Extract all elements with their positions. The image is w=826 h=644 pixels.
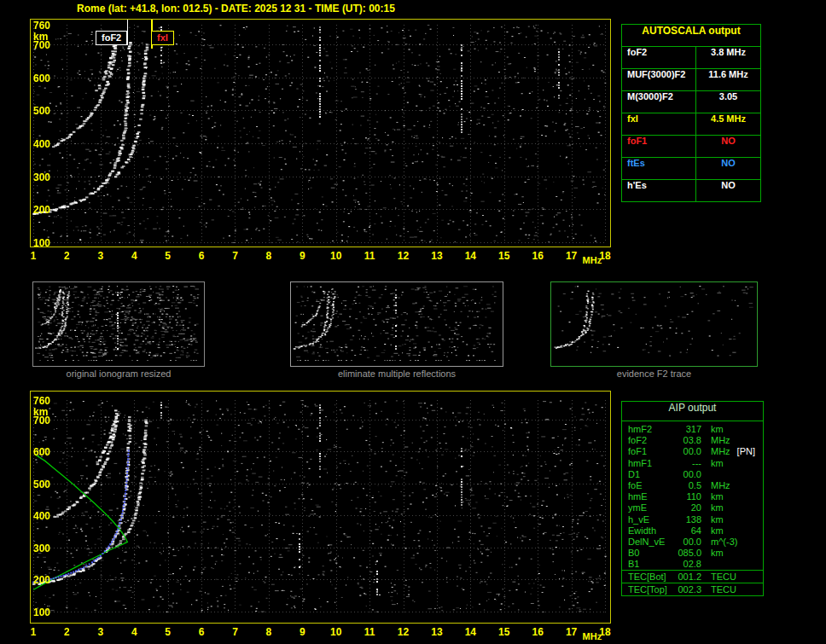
aip-param-label: foF2 [622,435,674,446]
aip-param-label: TEC[Top] [622,583,674,595]
autoscala-param-label: ftEs [622,158,696,179]
aip-param-unit: km [701,491,724,502]
y-axis-tick-300: 300 [33,171,50,183]
aip-param-unit: km [701,424,724,435]
aip-row-Ewidth: Ewidth64km [622,525,763,537]
x-axis-tick-17: 17 [563,626,580,638]
aip-param-value: 138 [674,514,701,525]
ionogram-plot-main: foF2 fxI [30,19,611,247]
autoscala-param-label: h'Es [622,180,696,201]
autoscala-table-rows: foF23.8 MHzMUF(3000)F211.6 MHzM(3000)F23… [622,47,760,201]
x-axis-tick-9: 9 [294,626,311,638]
autoscala-param-label: foF2 [622,47,696,68]
thumbnail-evidence-f2-trace [550,281,758,367]
x-axis-tick-4: 4 [125,626,143,638]
y-axis-tick-200: 200 [33,204,50,216]
aip-param-unit [701,559,711,570]
aip-table-rows: hmF2317kmfoF203.8MHzfoF100.0MHz[PN]hmF1-… [622,421,763,570]
aip-param-value: 0.5 [674,480,701,491]
aip-param-value: 02.8 [674,559,701,570]
autoscala-param-value: NO [696,136,760,157]
x-axis-tick-14: 14 [462,250,479,262]
ionogram-canvas-main [31,20,610,247]
aip-param-label: foE [622,480,674,491]
fof2-marker-label: foF2 [96,31,127,45]
thumbnail-caption-eliminate-multiples: eliminate multiple reflections [290,368,503,379]
x-axis-tick-16: 16 [529,626,546,638]
y-axis-tick-500: 500 [33,479,50,490]
autoscala-row-ftEs: ftEsNO [622,158,760,180]
y-axis-tick-700: 700 [33,415,50,426]
aip-param-unit: km [701,458,724,469]
x-axis-tick-6: 6 [193,626,210,638]
thumbnail-canvas-evidence-f2 [551,282,755,364]
y-axis-tick-300: 300 [33,542,50,554]
y-axis-tick-600: 600 [33,73,50,84]
x-axis-tick-2: 2 [58,626,75,638]
y-axis-tick-400: 400 [33,138,50,150]
aip-row-TEC[Top]: TEC[Top]002.3TECU [622,583,763,595]
x-axis-tick-3: 3 [92,626,109,638]
x-axis-tick-15: 15 [496,626,513,638]
aip-param-value: 00.0 [674,537,701,548]
x-axis-tick-8: 8 [260,626,277,638]
x-axis-tick-15: 15 [496,250,513,262]
x-axis-tick-7: 7 [226,626,243,638]
autoscala-param-value: 11.6 MHz [696,69,760,90]
y-axis-tick-500: 500 [33,105,50,117]
y-axis-tick-600: 600 [33,446,50,458]
aip-param-label: hmF2 [622,424,674,435]
aip-param-label: hmE [622,491,674,502]
aip-param-value: --- [674,458,701,469]
x-axis-tick-17: 17 [563,250,580,262]
aip-param-unit: MHz [701,435,730,446]
x-axis-tick-2: 2 [58,250,75,262]
aip-param-unit: MHz [701,446,730,457]
aip-param-value: 110 [674,491,701,502]
aip-param-value: 00.0 [674,446,701,457]
x-axis-tick-6: 6 [193,250,210,262]
autoscala-param-value: NO [696,158,760,179]
thumbnail-original-ionogram [32,281,205,367]
autoscala-param-label: foF1 [622,136,696,157]
aip-param-label: foF1 [622,446,674,457]
autoscala-output-table: AUTOSCALA output foF23.8 MHzMUF(3000)F21… [621,24,761,202]
aip-param-unit: MHz [701,480,730,491]
ionogram-canvas-profile [31,392,610,623]
aip-param-unit: km [701,502,724,513]
aip-row-h_vE: h_vE138km [622,514,763,525]
autoscala-screen: Rome (lat: +41.8, lon: 012.5) - DATE: 20… [0,0,826,644]
autoscala-row-fxI: fxI4.5 MHz [622,113,760,136]
aip-param-label: Ewidth [622,525,674,537]
autoscala-param-label: fxI [622,113,696,135]
autoscala-row-M(3000)F2: M(3000)F23.05 [622,91,760,113]
aip-row-hmE: hmE110km [622,491,763,502]
aip-row-foE: foE0.5MHz [622,480,763,491]
aip-param-value: 085.0 [674,548,701,559]
thumbnail-caption-evidence-f2: evidence F2 trace [550,368,758,379]
x-axis-tick-10: 10 [328,626,345,638]
aip-output-table: AIP output hmF2317kmfoF203.8MHzfoF100.0M… [621,401,764,596]
aip-tec-rows: TEC[Bot]001.2TECUTEC[Top]002.3TECU [622,570,763,595]
x-axis-tick-13: 13 [428,626,445,638]
aip-param-unit: m^(-3) [701,537,737,548]
autoscala-param-label: MUF(3000)F2 [622,69,696,90]
x-axis-tick-7: 7 [226,250,243,262]
x-axis-tick-12: 12 [395,626,412,638]
autoscala-row-foF1: foF1NO [622,136,760,158]
thumbnail-eliminate-multiples [290,281,503,367]
aip-param-value: 001.2 [674,571,701,583]
aip-param-label: D1 [622,469,674,480]
y-axis-tick-100: 100 [33,237,50,249]
aip-param-label: hmF1 [622,458,674,469]
x-axis-tick-16: 16 [529,250,546,262]
y-axis-tick-100: 100 [33,606,50,618]
aip-row-B1: B102.8 [622,559,763,570]
aip-param-label: DelN_vE [622,537,674,548]
aip-row-D1: D100.0 [622,469,763,480]
y-axis-tick-760: 760 [33,395,50,407]
x-axis-tick-8: 8 [260,250,277,262]
y-axis-tick-200: 200 [33,574,50,586]
x-axis-tick-1: 1 [25,626,42,638]
aip-param-label: h_vE [622,514,674,525]
